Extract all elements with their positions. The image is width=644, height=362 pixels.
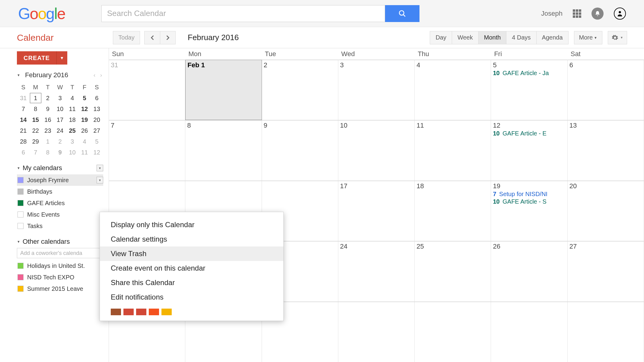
mini-day[interactable]: 12 (79, 104, 91, 114)
mini-day[interactable]: 14 (18, 115, 29, 125)
mini-day[interactable]: 25 (66, 125, 78, 136)
mini-day[interactable]: 8 (42, 147, 54, 157)
context-menu-item[interactable]: Calendar settings (100, 232, 283, 246)
calendar-event[interactable]: 7 Setup for NISD/NI (493, 191, 565, 198)
day-cell[interactable]: 25 (415, 241, 491, 301)
view-4days[interactable]: 4 Days (506, 31, 536, 44)
day-cell[interactable]: 9 (262, 120, 338, 180)
mini-day[interactable]: 12 (91, 147, 103, 157)
color-option[interactable] (123, 309, 134, 315)
mini-day[interactable]: 8 (30, 104, 42, 114)
mini-day[interactable]: 10 (54, 104, 66, 114)
more-button[interactable]: More ▼ (574, 31, 602, 44)
day-cell[interactable]: 8 (185, 120, 262, 180)
user-name[interactable]: Joseph (541, 10, 563, 17)
mini-day[interactable]: 11 (66, 104, 78, 114)
next-month-button[interactable] (160, 31, 176, 44)
mini-day[interactable]: 2 (42, 93, 54, 103)
mini-day[interactable]: 19 (79, 115, 91, 125)
mini-day[interactable]: 23 (42, 125, 54, 136)
day-cell[interactable]: 7 (109, 120, 185, 180)
context-menu-item[interactable]: Display only this Calendar (100, 218, 283, 232)
calendar-item[interactable]: Summer 2015 Leave (17, 283, 103, 294)
color-option[interactable] (161, 309, 172, 315)
day-cell[interactable]: 510 GAFE Article - Ja (491, 60, 567, 120)
mini-day[interactable]: 31 (18, 93, 29, 103)
color-option[interactable] (149, 309, 159, 315)
day-cell[interactable]: 4 (415, 60, 491, 120)
color-option[interactable] (136, 309, 146, 315)
view-week[interactable]: Week (452, 31, 478, 44)
mini-day[interactable]: 5 (79, 93, 91, 103)
day-cell[interactable]: 10 (338, 120, 415, 180)
calendar-item[interactable]: Joseph Frymire▼ (17, 174, 103, 186)
avatar[interactable] (614, 8, 626, 20)
mini-day[interactable]: 15 (30, 115, 42, 125)
mini-day[interactable]: 18 (66, 115, 78, 125)
day-cell[interactable]: 2 (262, 60, 338, 120)
create-button[interactable]: CREATE (17, 51, 56, 65)
search-button[interactable] (385, 5, 419, 22)
mini-day[interactable]: 13 (91, 104, 103, 114)
mini-day[interactable]: 3 (66, 136, 78, 147)
mini-day[interactable]: 6 (91, 93, 103, 103)
mini-day[interactable]: 20 (91, 115, 103, 125)
mini-day[interactable]: 26 (79, 125, 91, 136)
day-cell[interactable]: Feb 1 (185, 60, 262, 120)
day-cell[interactable]: 26 (491, 241, 567, 301)
day-cell[interactable] (338, 302, 415, 362)
search-input[interactable] (101, 5, 385, 22)
mini-day[interactable]: 10 (66, 147, 78, 157)
day-cell[interactable]: 6 (568, 60, 644, 120)
my-calendars-menu-button[interactable]: ▼ (97, 165, 103, 171)
calendar-item[interactable]: Holidays in United St. (17, 260, 103, 272)
day-cell[interactable] (415, 302, 491, 362)
mini-prev-button[interactable]: ‹ (92, 72, 97, 78)
mini-day[interactable]: 6 (18, 147, 29, 157)
mini-day[interactable]: 1 (30, 93, 42, 103)
prev-month-button[interactable] (144, 31, 160, 44)
mini-day[interactable]: 5 (91, 136, 103, 147)
calendar-item[interactable]: Tasks (17, 220, 103, 232)
create-dropdown-button[interactable]: ▼ (56, 51, 67, 65)
calendar-menu-button[interactable]: ▼ (97, 177, 103, 183)
mini-day[interactable]: 21 (18, 125, 29, 136)
view-day[interactable]: Day (430, 31, 452, 44)
mini-day[interactable]: 22 (30, 125, 42, 136)
mini-day[interactable]: 28 (18, 136, 29, 147)
color-option[interactable] (111, 309, 121, 315)
mini-day[interactable]: 3 (54, 93, 66, 103)
context-menu-item[interactable]: Share this Calendar (100, 275, 283, 290)
mini-day[interactable]: 9 (54, 147, 66, 157)
day-cell[interactable]: 20 (568, 181, 644, 241)
mini-day[interactable]: 7 (18, 104, 29, 114)
mini-day[interactable]: 29 (30, 136, 42, 147)
day-cell[interactable]: 1210 GAFE Article - E (491, 120, 567, 180)
calendar-event[interactable]: 10 GAFE Article - S (493, 198, 565, 205)
day-cell[interactable]: 197 Setup for NISD/NI10 GAFE Article - S (491, 181, 567, 241)
mini-day[interactable]: 9 (42, 104, 54, 114)
mini-day[interactable]: 11 (79, 147, 91, 157)
mini-day[interactable]: 4 (66, 93, 78, 103)
context-menu-item[interactable]: Edit notifications (100, 290, 283, 304)
context-menu-item[interactable]: View Trash (100, 246, 283, 261)
apps-icon[interactable] (573, 9, 581, 18)
other-calendars-header[interactable]: ▼ Other calendars (17, 238, 103, 246)
calendar-item[interactable]: Misc Events (17, 209, 103, 220)
settings-button[interactable]: ▼ (608, 31, 627, 44)
mini-day[interactable]: 27 (91, 125, 103, 136)
context-menu-item[interactable]: Create event on this calendar (100, 261, 283, 275)
view-agenda[interactable]: Agenda (536, 31, 569, 44)
calendar-event[interactable]: 10 GAFE Article - E (493, 130, 565, 137)
mini-day[interactable]: 4 (79, 136, 91, 147)
mini-day[interactable]: 2 (54, 136, 66, 147)
view-month[interactable]: Month (478, 31, 506, 44)
google-logo[interactable]: Google (18, 5, 65, 23)
day-cell[interactable]: 24 (338, 241, 415, 301)
calendar-item[interactable]: NISD Tech EXPO (17, 272, 103, 283)
day-cell[interactable]: 17 (338, 181, 415, 241)
mini-calendar[interactable]: SMTWTFS 31123456789101112131415161718192… (17, 81, 103, 158)
day-cell[interactable]: 13 (568, 120, 644, 180)
day-cell[interactable]: 11 (415, 120, 491, 180)
mini-next-button[interactable]: › (99, 72, 103, 78)
